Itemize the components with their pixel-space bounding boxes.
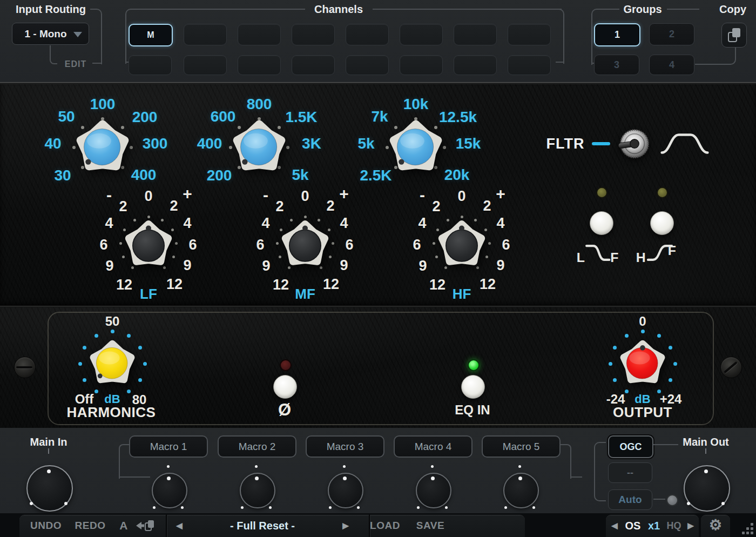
os-prev-button[interactable]: ◀: [611, 521, 618, 531]
gain-scale-label: 12: [166, 276, 183, 293]
macro-4-knob[interactable]: [416, 473, 451, 508]
macro-min-dot: [504, 506, 507, 509]
gain-scale-label: 6: [99, 237, 107, 253]
undo-button[interactable]: UNDO: [30, 520, 62, 532]
lf-gain-knob[interactable]: [122, 218, 176, 272]
channel-button[interactable]: [508, 24, 551, 45]
freq-tick-label: 2.5K: [360, 167, 392, 184]
tick-dot: [83, 346, 86, 350]
lf-filter-button[interactable]: [590, 211, 613, 235]
gain-scale-label: 9: [418, 258, 427, 274]
copy-label: Copy: [719, 3, 746, 16]
band-label-hf: HF: [453, 286, 471, 303]
load-button[interactable]: LOAD: [370, 520, 400, 532]
redo-button[interactable]: REDO: [75, 520, 106, 532]
gain-scale-label: 9: [340, 257, 348, 274]
main-out-max-dot: [721, 502, 725, 505]
phase-button[interactable]: [273, 375, 297, 399]
knob-pointer-dot: [640, 345, 645, 351]
tick-dot: [94, 334, 98, 338]
auto-led: [666, 494, 678, 506]
hf-f-letter: F: [668, 243, 676, 258]
ogc-label: OGC: [619, 441, 642, 453]
main-out-label: Main Out: [683, 436, 729, 448]
channel-button[interactable]: [292, 55, 335, 75]
preset-next-button[interactable]: ▶: [342, 521, 349, 531]
channel-button[interactable]: [400, 55, 443, 75]
input-routing-select[interactable]: 1 - Mono: [12, 23, 89, 45]
screw-left: [14, 357, 36, 378]
gear-icon[interactable]: ⚙: [709, 516, 722, 534]
macro-bracket-right: [561, 444, 571, 479]
channel-button[interactable]: [346, 55, 389, 75]
preset-prev-button[interactable]: ◀: [176, 521, 183, 531]
channel-button[interactable]: [238, 55, 281, 75]
mf-gain-knob-group: - 0 + 2 2 4 4 6 6 9 9 12 12 MF: [224, 188, 386, 301]
macro-1-label: Macro 1: [150, 441, 187, 453]
channel-button[interactable]: [184, 24, 227, 45]
hf-gain-knob[interactable]: [435, 218, 489, 272]
gain-scale-label: 0: [144, 188, 152, 205]
macro-bracket-left: [119, 444, 130, 479]
macro-5-button[interactable]: Macro 5: [482, 435, 561, 458]
copy-to-b-icon[interactable]: [135, 518, 156, 533]
fltr-label: FLTR: [546, 136, 585, 152]
channel-button-mono[interactable]: M: [129, 24, 173, 46]
tick-dot: [657, 334, 661, 338]
macro-3-button[interactable]: Macro 3: [306, 435, 384, 458]
hf-letter: H: [636, 250, 646, 265]
mf-frequency-knob[interactable]: [229, 117, 289, 178]
channel-button[interactable]: [184, 55, 227, 75]
tick-dot: [669, 346, 672, 350]
channel-button[interactable]: [346, 24, 389, 45]
macro-5-knob[interactable]: [503, 473, 539, 508]
copy-button[interactable]: [721, 23, 747, 48]
hq-label[interactable]: HQ: [667, 520, 681, 532]
harmonics-knob[interactable]: [86, 338, 138, 390]
channel-button[interactable]: [400, 24, 443, 45]
statusbar-divider: [166, 515, 167, 537]
channel-button[interactable]: [238, 24, 281, 45]
output-knob[interactable]: [617, 338, 669, 390]
freq-tick-label: 5k: [357, 135, 374, 152]
gain-scale-label: 4: [105, 215, 113, 232]
channel-button[interactable]: [129, 55, 172, 75]
group-button-2[interactable]: 2: [649, 23, 694, 45]
dashes-button[interactable]: --: [608, 462, 652, 483]
channel-button[interactable]: [454, 55, 497, 75]
tick-dot: [111, 330, 114, 333]
channel-button[interactable]: [454, 24, 497, 45]
macro-1-knob[interactable]: [152, 473, 187, 508]
freq-tick-label: 50: [58, 108, 75, 125]
macro-max-dot: [181, 506, 184, 509]
eq-in-button[interactable]: [461, 375, 485, 399]
save-button[interactable]: SAVE: [416, 520, 444, 532]
macro-1-button[interactable]: Macro 1: [129, 435, 208, 458]
preset-name[interactable]: - Full Reset -: [230, 520, 295, 532]
group-button-4[interactable]: 4: [649, 55, 694, 75]
fltr-toggle-switch[interactable]: [617, 126, 652, 161]
group-button-1[interactable]: 1: [594, 23, 640, 46]
macro-4-button[interactable]: Macro 4: [394, 435, 473, 458]
hf-filter-button[interactable]: [650, 211, 674, 235]
channel-button[interactable]: [508, 55, 551, 75]
ab-compare-button[interactable]: A: [119, 519, 128, 532]
macro-2-button[interactable]: Macro 2: [218, 435, 296, 458]
mf-gain-knob[interactable]: [278, 218, 332, 272]
group-button-3[interactable]: 3: [594, 55, 639, 75]
os-next-button[interactable]: ▶: [687, 521, 694, 531]
knob-pointer-dot: [85, 159, 91, 164]
ogc-button[interactable]: OGC: [608, 435, 653, 458]
macro-3-knob[interactable]: [328, 473, 363, 508]
gain-scale-label: 12: [429, 277, 446, 293]
channel-button[interactable]: [292, 24, 335, 45]
auto-button[interactable]: Auto: [608, 489, 652, 510]
channels-bracket-foot-right: [556, 62, 563, 63]
lf-f-letter: F: [610, 250, 618, 265]
macro-2-knob[interactable]: [240, 473, 275, 508]
resize-grip[interactable]: [742, 522, 755, 536]
macro-2-label: Macro 2: [239, 441, 276, 453]
screw-right: [720, 357, 742, 378]
lf-frequency-knob[interactable]: [72, 117, 133, 178]
hf-frequency-knob[interactable]: [386, 117, 446, 178]
